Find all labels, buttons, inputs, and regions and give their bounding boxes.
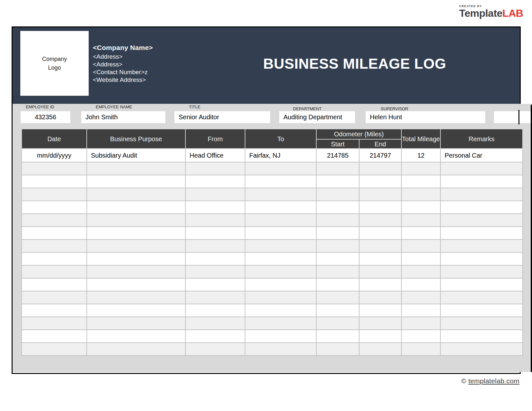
empty-cell[interactable]: [440, 175, 523, 188]
empty-cell[interactable]: [185, 162, 245, 175]
empty-cell[interactable]: [185, 227, 245, 240]
empty-cell[interactable]: [185, 201, 245, 214]
empty-cell[interactable]: [401, 214, 440, 227]
empty-cell[interactable]: [359, 240, 401, 252]
empty-cell[interactable]: [185, 304, 245, 317]
empty-cell[interactable]: [87, 278, 185, 291]
empty-cell[interactable]: [401, 317, 440, 330]
empty-cell[interactable]: [359, 162, 401, 175]
empty-cell[interactable]: [87, 214, 185, 227]
supervisor-field[interactable]: Helen Hunt: [366, 111, 485, 123]
empty-cell[interactable]: [87, 252, 185, 265]
empty-cell[interactable]: [87, 343, 185, 356]
empty-cell[interactable]: [401, 227, 440, 240]
empty-cell[interactable]: [87, 304, 185, 317]
empty-cell[interactable]: [359, 188, 401, 201]
empty-cell[interactable]: [401, 343, 440, 356]
empty-cell[interactable]: [22, 227, 87, 240]
empty-cell[interactable]: [185, 265, 245, 278]
cell-remarks[interactable]: Personal Car: [440, 149, 523, 162]
empty-cell[interactable]: [22, 330, 87, 343]
cell-odometer-start[interactable]: 214785: [316, 149, 359, 162]
empty-cell[interactable]: [401, 304, 440, 317]
empty-cell[interactable]: [401, 175, 440, 188]
empty-cell[interactable]: [401, 162, 440, 175]
empty-cell[interactable]: [401, 265, 440, 278]
empty-cell[interactable]: [359, 265, 401, 278]
empty-cell[interactable]: [185, 317, 245, 330]
empty-cell[interactable]: [185, 240, 245, 252]
empty-cell[interactable]: [185, 343, 245, 356]
empty-cell[interactable]: [22, 214, 87, 227]
empty-cell[interactable]: [245, 265, 316, 278]
empty-cell[interactable]: [359, 175, 401, 188]
empty-cell[interactable]: [245, 201, 316, 214]
empty-cell[interactable]: [440, 201, 523, 214]
empty-cell[interactable]: [359, 214, 401, 227]
empty-cell[interactable]: [245, 175, 316, 188]
empty-cell[interactable]: [316, 265, 359, 278]
empty-cell[interactable]: [185, 291, 245, 304]
empty-cell[interactable]: [22, 162, 87, 175]
empty-cell[interactable]: [245, 304, 316, 317]
empty-cell[interactable]: [401, 188, 440, 201]
empty-cell[interactable]: [316, 162, 359, 175]
empty-cell[interactable]: [440, 227, 523, 240]
empty-cell[interactable]: [245, 278, 316, 291]
empty-cell[interactable]: [87, 175, 185, 188]
empty-cell[interactable]: [87, 265, 185, 278]
employee-name-field[interactable]: John Smith: [81, 111, 165, 123]
empty-cell[interactable]: [185, 330, 245, 343]
empty-cell[interactable]: [359, 201, 401, 214]
templatelab-logo[interactable]: CREATED BY TemplateLAB: [459, 5, 523, 18]
empty-cell[interactable]: [401, 252, 440, 265]
empty-cell[interactable]: [245, 317, 316, 330]
empty-cell[interactable]: [245, 227, 316, 240]
empty-cell[interactable]: [22, 317, 87, 330]
empty-cell[interactable]: [245, 240, 316, 252]
empty-cell[interactable]: [440, 278, 523, 291]
empty-cell[interactable]: [401, 278, 440, 291]
empty-cell[interactable]: [316, 330, 359, 343]
empty-cell[interactable]: [22, 291, 87, 304]
empty-cell[interactable]: [440, 330, 523, 343]
empty-cell[interactable]: [87, 201, 185, 214]
empty-cell[interactable]: [401, 291, 440, 304]
empty-cell[interactable]: [185, 214, 245, 227]
empty-cell[interactable]: [359, 304, 401, 317]
empty-cell[interactable]: [440, 162, 523, 175]
empty-cell[interactable]: [22, 278, 87, 291]
empty-cell[interactable]: [22, 201, 87, 214]
empty-cell[interactable]: [440, 343, 523, 356]
empty-cell[interactable]: [245, 291, 316, 304]
empty-cell[interactable]: [316, 214, 359, 227]
title-field[interactable]: Senior Auditor: [174, 111, 270, 123]
empty-cell[interactable]: [316, 317, 359, 330]
empty-cell[interactable]: [359, 291, 401, 304]
empty-cell[interactable]: [316, 252, 359, 265]
cell-date[interactable]: mm/dd/yyyy: [22, 149, 87, 162]
empty-cell[interactable]: [22, 252, 87, 265]
empty-cell[interactable]: [87, 291, 185, 304]
cell-from[interactable]: Head Office: [185, 149, 245, 162]
templatelab-link[interactable]: templatelab.com: [468, 377, 519, 385]
empty-cell[interactable]: [87, 240, 185, 252]
empty-cell[interactable]: [87, 162, 185, 175]
empty-cell[interactable]: [440, 252, 523, 265]
empty-cell[interactable]: [316, 188, 359, 201]
empty-cell[interactable]: [316, 201, 359, 214]
department-field[interactable]: Auditing Department: [279, 111, 355, 123]
empty-cell[interactable]: [440, 291, 523, 304]
empty-cell[interactable]: [245, 162, 316, 175]
empty-cell[interactable]: [359, 278, 401, 291]
empty-cell[interactable]: [359, 227, 401, 240]
empty-cell[interactable]: [316, 278, 359, 291]
empty-cell[interactable]: [359, 330, 401, 343]
empty-cell[interactable]: [440, 317, 523, 330]
empty-cell[interactable]: [185, 278, 245, 291]
empty-cell[interactable]: [22, 240, 87, 252]
empty-cell[interactable]: [316, 343, 359, 356]
cell-total-mileage[interactable]: 12: [401, 149, 440, 162]
empty-cell[interactable]: [316, 240, 359, 252]
empty-cell[interactable]: [401, 201, 440, 214]
